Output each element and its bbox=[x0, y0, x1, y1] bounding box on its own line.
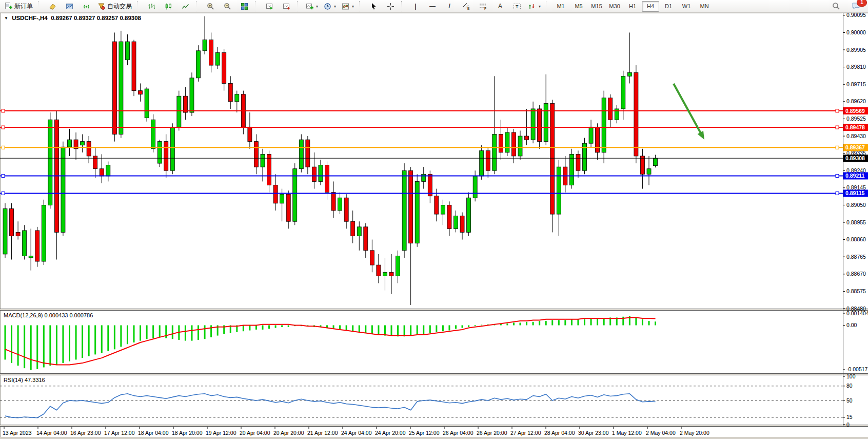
candle bbox=[106, 165, 110, 176]
candle bbox=[293, 169, 297, 222]
line-chart-icon bbox=[182, 3, 189, 10]
candle bbox=[370, 251, 374, 265]
candlestick-chart-button[interactable] bbox=[160, 1, 176, 12]
autotrading-button[interactable]: 自动交易 bbox=[95, 1, 134, 12]
chat-button[interactable]: 1 bbox=[847, 1, 864, 12]
styler-button[interactable] bbox=[44, 1, 61, 12]
time-axis[interactable] bbox=[0, 427, 868, 439]
zoom-out-button[interactable] bbox=[219, 1, 235, 12]
candle bbox=[286, 194, 290, 221]
line-handle[interactable] bbox=[836, 109, 839, 112]
arrows-button[interactable]: ▾ bbox=[526, 1, 543, 12]
timeframe-m5[interactable]: M5 bbox=[570, 1, 587, 12]
horizontal-line-button[interactable]: — bbox=[424, 1, 441, 12]
candle bbox=[100, 169, 104, 176]
trendline-icon: / bbox=[448, 3, 450, 9]
candle bbox=[132, 42, 136, 90]
text-label-button[interactable]: T bbox=[509, 1, 525, 12]
line-handle[interactable] bbox=[2, 126, 5, 129]
candle bbox=[261, 154, 265, 167]
timeframe-h4[interactable]: H4 bbox=[642, 1, 659, 12]
candle bbox=[29, 256, 33, 258]
search-button[interactable] bbox=[828, 1, 844, 12]
candle bbox=[460, 216, 464, 233]
chart-window-icon bbox=[66, 3, 73, 10]
candle bbox=[312, 167, 316, 181]
timeframe-h1[interactable]: H1 bbox=[624, 1, 641, 12]
candle bbox=[23, 231, 27, 256]
candle bbox=[396, 256, 400, 276]
candle bbox=[164, 142, 168, 171]
trendline-button[interactable]: / bbox=[441, 1, 458, 12]
profile-play-button[interactable] bbox=[261, 1, 278, 12]
text-button[interactable]: A bbox=[492, 1, 508, 12]
candle bbox=[203, 40, 207, 51]
line-handle[interactable] bbox=[2, 174, 5, 177]
chart-step-icon bbox=[283, 3, 290, 10]
line-handle[interactable] bbox=[2, 192, 5, 195]
timeframe-d1[interactable]: D1 bbox=[660, 1, 677, 12]
market-watch-button[interactable] bbox=[61, 1, 77, 12]
candle bbox=[415, 181, 419, 243]
bar-chart-button[interactable] bbox=[143, 1, 160, 12]
new-chart-button[interactable]: ▾ bbox=[303, 1, 321, 12]
new-order-label: 新订单 bbox=[14, 2, 33, 11]
signals-button[interactable] bbox=[78, 1, 94, 12]
candle bbox=[518, 136, 522, 156]
line-handle[interactable] bbox=[836, 192, 839, 195]
cursor-button[interactable] bbox=[365, 1, 382, 12]
periods-button[interactable]: ▾ bbox=[321, 1, 339, 12]
candle bbox=[505, 132, 509, 152]
vertical-line-icon: | bbox=[415, 3, 416, 9]
timeframe-w1[interactable]: W1 bbox=[678, 1, 695, 12]
candle bbox=[647, 169, 651, 175]
candle bbox=[299, 140, 303, 169]
candle bbox=[640, 156, 644, 174]
candlestick-icon bbox=[165, 3, 172, 10]
timeframe-m15[interactable]: M15 bbox=[588, 1, 605, 12]
line-chart-button[interactable] bbox=[177, 1, 193, 12]
line-handle[interactable] bbox=[2, 109, 5, 112]
crosshair-button[interactable] bbox=[382, 1, 399, 12]
notification-badge[interactable]: 1 bbox=[857, 0, 867, 7]
line-handle[interactable] bbox=[2, 146, 5, 149]
price-axis[interactable] bbox=[843, 13, 868, 427]
toolbar: 新订单 自动交易 ▾ ▾ bbox=[0, 0, 868, 13]
line-handle[interactable] bbox=[836, 146, 839, 149]
tile-windows-button[interactable] bbox=[236, 1, 252, 12]
profile-step-button[interactable] bbox=[278, 1, 294, 12]
horizontal-line-icon: — bbox=[429, 3, 436, 9]
candle bbox=[81, 142, 85, 145]
zoom-in-button[interactable] bbox=[202, 1, 219, 12]
candle bbox=[170, 127, 174, 170]
candle bbox=[576, 154, 580, 170]
candle bbox=[492, 134, 497, 170]
symbol-dropdown-icon: ▼ bbox=[4, 16, 8, 21]
timeframe-mn[interactable]: MN bbox=[696, 1, 713, 12]
candle bbox=[511, 132, 516, 156]
candle bbox=[267, 154, 271, 185]
candle bbox=[157, 142, 162, 163]
timeframe-m30[interactable]: M30 bbox=[606, 1, 623, 12]
line-handle[interactable] bbox=[836, 126, 839, 129]
line-handle[interactable] bbox=[836, 174, 839, 177]
candle bbox=[151, 120, 155, 149]
chart-title: ▼ USDCHF-,H4 0.89267 0.89327 0.89257 0.8… bbox=[4, 15, 141, 21]
chart-window[interactable]: 0.900950.900000.899050.898100.897150.896… bbox=[0, 13, 868, 439]
dropdown-caret-icon: ▾ bbox=[352, 4, 354, 9]
toolbar-separator bbox=[401, 1, 405, 11]
new-order-button[interactable]: 新订单 bbox=[2, 1, 35, 12]
chart-canvas[interactable]: 0.900950.900000.899050.898100.897150.896… bbox=[0, 13, 868, 439]
candle bbox=[196, 51, 201, 78]
dropdown-caret-icon: ▾ bbox=[334, 4, 336, 9]
vertical-line-button[interactable]: | bbox=[407, 1, 424, 12]
fibonacci-button[interactable]: F bbox=[475, 1, 491, 12]
indicators-button[interactable]: ▾ bbox=[339, 1, 357, 12]
candle bbox=[145, 89, 149, 118]
channel-button[interactable]: E bbox=[458, 1, 475, 12]
svg-text:E: E bbox=[467, 6, 470, 10]
indicators-icon bbox=[342, 3, 349, 10]
timeframe-m1[interactable]: M1 bbox=[552, 1, 569, 12]
svg-text:T: T bbox=[516, 4, 519, 9]
candle bbox=[486, 150, 490, 170]
